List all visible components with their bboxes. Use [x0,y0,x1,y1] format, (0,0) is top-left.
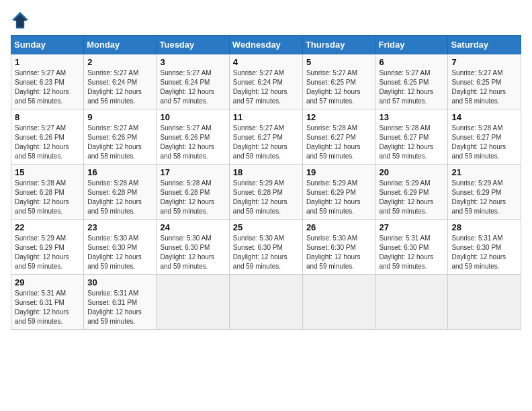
calendar-cell: 21Sunrise: 5:29 AMSunset: 6:29 PMDayligh… [448,165,521,220]
day-number: 14 [451,112,517,122]
calendar-cell [448,275,521,330]
day-number: 29 [15,277,80,287]
weekday-header-friday: Friday [375,36,448,54]
weekday-header-thursday: Thursday [302,36,375,54]
day-info: Sunrise: 5:28 AMSunset: 6:27 PMDaylight:… [306,124,372,161]
calendar-cell: 20Sunrise: 5:29 AMSunset: 6:29 PMDayligh… [375,165,448,220]
calendar-cell: 24Sunrise: 5:30 AMSunset: 6:30 PMDayligh… [157,220,229,275]
calendar-cell: 12Sunrise: 5:28 AMSunset: 6:27 PMDayligh… [302,109,375,165]
calendar-cell: 1Sunrise: 5:27 AMSunset: 6:23 PMDaylight… [11,54,84,109]
calendar-cell: 9Sunrise: 5:27 AMSunset: 6:26 PMDaylight… [84,109,157,165]
page-header [11,11,521,30]
day-info: Sunrise: 5:29 AMSunset: 6:29 PMDaylight:… [379,179,444,216]
calendar-cell: 30Sunrise: 5:31 AMSunset: 6:31 PMDayligh… [84,275,157,330]
calendar-cell [375,275,448,330]
day-info: Sunrise: 5:27 AMSunset: 6:25 PMDaylight:… [306,68,372,106]
calendar-cell: 23Sunrise: 5:30 AMSunset: 6:30 PMDayligh… [84,220,157,275]
day-info: Sunrise: 5:27 AMSunset: 6:24 PMDaylight:… [87,68,152,106]
day-number: 15 [15,167,80,177]
day-number: 27 [379,222,444,232]
calendar-cell: 2Sunrise: 5:27 AMSunset: 6:24 PMDaylight… [84,54,157,109]
calendar-cell: 5Sunrise: 5:27 AMSunset: 6:25 PMDaylight… [302,54,375,109]
day-info: Sunrise: 5:31 AMSunset: 6:31 PMDaylight:… [15,289,80,326]
day-number: 22 [15,222,80,232]
day-info: Sunrise: 5:27 AMSunset: 6:24 PMDaylight:… [160,68,225,106]
calendar-cell: 26Sunrise: 5:30 AMSunset: 6:30 PMDayligh… [302,220,375,275]
day-number: 24 [160,222,225,232]
calendar-cell: 15Sunrise: 5:28 AMSunset: 6:28 PMDayligh… [11,165,84,220]
day-info: Sunrise: 5:27 AMSunset: 6:26 PMDaylight:… [87,124,152,161]
day-info: Sunrise: 5:28 AMSunset: 6:28 PMDaylight:… [87,179,152,216]
logo [11,11,32,30]
day-number: 12 [306,112,372,122]
day-info: Sunrise: 5:27 AMSunset: 6:26 PMDaylight:… [15,124,80,161]
calendar-cell: 7Sunrise: 5:27 AMSunset: 6:25 PMDaylight… [448,54,521,109]
weekday-header-monday: Monday [84,36,157,54]
day-info: Sunrise: 5:28 AMSunset: 6:27 PMDaylight:… [379,124,444,161]
calendar-cell: 16Sunrise: 5:28 AMSunset: 6:28 PMDayligh… [84,165,157,220]
calendar-cell: 6Sunrise: 5:27 AMSunset: 6:25 PMDaylight… [375,54,448,109]
day-number: 4 [233,57,299,67]
day-number: 30 [87,277,152,287]
calendar-cell: 14Sunrise: 5:28 AMSunset: 6:27 PMDayligh… [448,109,521,165]
day-number: 5 [306,57,372,67]
calendar-week-row: 15Sunrise: 5:28 AMSunset: 6:28 PMDayligh… [11,165,521,220]
day-info: Sunrise: 5:29 AMSunset: 6:29 PMDaylight:… [15,234,80,271]
day-info: Sunrise: 5:28 AMSunset: 6:27 PMDaylight:… [451,124,517,161]
calendar-cell [229,275,302,330]
day-info: Sunrise: 5:30 AMSunset: 6:30 PMDaylight:… [160,234,225,271]
calendar-header-row: SundayMondayTuesdayWednesdayThursdayFrid… [11,36,521,54]
day-info: Sunrise: 5:28 AMSunset: 6:28 PMDaylight:… [160,179,225,216]
day-number: 18 [233,167,299,177]
day-info: Sunrise: 5:31 AMSunset: 6:30 PMDaylight:… [451,234,517,271]
weekday-header-sunday: Sunday [11,36,84,54]
calendar-cell: 19Sunrise: 5:29 AMSunset: 6:29 PMDayligh… [302,165,375,220]
day-number: 28 [451,222,517,232]
day-info: Sunrise: 5:31 AMSunset: 6:30 PMDaylight:… [379,234,444,271]
day-info: Sunrise: 5:28 AMSunset: 6:28 PMDaylight:… [15,179,80,216]
calendar-cell: 4Sunrise: 5:27 AMSunset: 6:24 PMDaylight… [229,54,302,109]
day-number: 26 [306,222,372,232]
day-info: Sunrise: 5:29 AMSunset: 6:29 PMDaylight:… [306,179,372,216]
day-info: Sunrise: 5:30 AMSunset: 6:30 PMDaylight:… [233,234,299,271]
day-info: Sunrise: 5:27 AMSunset: 6:25 PMDaylight:… [451,68,517,106]
day-number: 19 [306,167,372,177]
calendar-cell: 10Sunrise: 5:27 AMSunset: 6:26 PMDayligh… [157,109,229,165]
day-number: 8 [15,112,80,122]
day-info: Sunrise: 5:29 AMSunset: 6:29 PMDaylight:… [451,179,517,216]
weekday-header-saturday: Saturday [448,36,521,54]
calendar-cell: 13Sunrise: 5:28 AMSunset: 6:27 PMDayligh… [375,109,448,165]
day-number: 10 [160,112,225,122]
day-info: Sunrise: 5:27 AMSunset: 6:23 PMDaylight:… [15,68,80,106]
day-info: Sunrise: 5:27 AMSunset: 6:27 PMDaylight:… [233,124,299,161]
day-info: Sunrise: 5:29 AMSunset: 6:28 PMDaylight:… [233,179,299,216]
day-number: 25 [233,222,299,232]
svg-marker-1 [13,14,27,28]
calendar-cell: 27Sunrise: 5:31 AMSunset: 6:30 PMDayligh… [375,220,448,275]
weekday-header-wednesday: Wednesday [229,36,302,54]
day-number: 16 [87,167,152,177]
day-number: 6 [379,57,444,67]
day-number: 17 [160,167,225,177]
day-number: 23 [87,222,152,232]
day-number: 1 [15,57,80,67]
day-number: 21 [451,167,517,177]
calendar-cell: 18Sunrise: 5:29 AMSunset: 6:28 PMDayligh… [229,165,302,220]
calendar-cell [157,275,229,330]
calendar-week-row: 29Sunrise: 5:31 AMSunset: 6:31 PMDayligh… [11,275,521,330]
calendar-body: 1Sunrise: 5:27 AMSunset: 6:23 PMDaylight… [11,54,521,330]
day-number: 11 [233,112,299,122]
logo-icon [11,11,30,30]
day-info: Sunrise: 5:27 AMSunset: 6:24 PMDaylight:… [233,68,299,106]
day-info: Sunrise: 5:30 AMSunset: 6:30 PMDaylight:… [306,234,372,271]
calendar-week-row: 22Sunrise: 5:29 AMSunset: 6:29 PMDayligh… [11,220,521,275]
calendar-cell: 8Sunrise: 5:27 AMSunset: 6:26 PMDaylight… [11,109,84,165]
calendar-cell [302,275,375,330]
day-info: Sunrise: 5:27 AMSunset: 6:26 PMDaylight:… [160,124,225,161]
day-info: Sunrise: 5:30 AMSunset: 6:30 PMDaylight:… [87,234,152,271]
calendar-cell: 25Sunrise: 5:30 AMSunset: 6:30 PMDayligh… [229,220,302,275]
day-number: 2 [87,57,152,67]
calendar-table: SundayMondayTuesdayWednesdayThursdayFrid… [11,35,521,330]
calendar-week-row: 1Sunrise: 5:27 AMSunset: 6:23 PMDaylight… [11,54,521,109]
day-info: Sunrise: 5:27 AMSunset: 6:25 PMDaylight:… [379,68,444,106]
